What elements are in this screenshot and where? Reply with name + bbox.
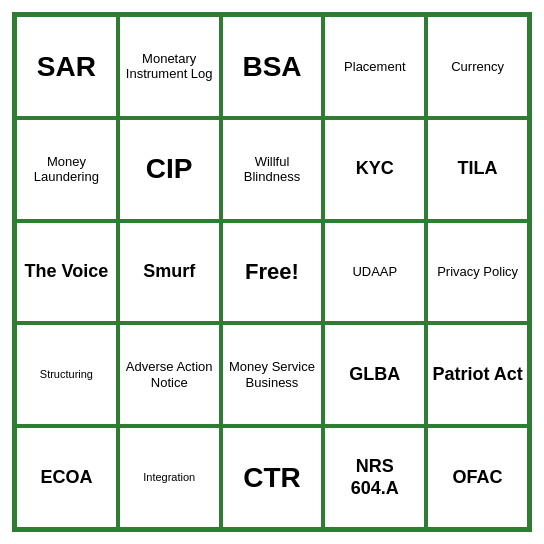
cell-label-r0c0: SAR (37, 50, 96, 84)
cell-label-r3c0: Structuring (40, 368, 93, 381)
bingo-cell-r3c4: Patriot Act (426, 323, 529, 426)
bingo-cell-r0c2: BSA (221, 15, 324, 118)
cell-label-r2c3: UDAAP (352, 264, 397, 280)
bingo-cell-r2c2: Free! (221, 221, 324, 324)
bingo-cell-r0c4: Currency (426, 15, 529, 118)
bingo-cell-r1c4: TILA (426, 118, 529, 221)
bingo-cell-r4c0: ECOA (15, 426, 118, 529)
bingo-cell-r3c1: Adverse Action Notice (118, 323, 221, 426)
cell-label-r1c2: Willful Blindness (227, 154, 318, 185)
bingo-board: SARMonetary Instrument LogBSAPlacementCu… (12, 12, 532, 532)
cell-label-r4c4: OFAC (453, 467, 503, 489)
cell-label-r4c3: NRS 604.A (329, 456, 420, 499)
bingo-cell-r0c3: Placement (323, 15, 426, 118)
cell-label-r2c4: Privacy Policy (437, 264, 518, 280)
cell-label-r4c1: Integration (143, 471, 195, 484)
cell-label-r0c3: Placement (344, 59, 405, 75)
cell-label-r3c1: Adverse Action Notice (124, 359, 215, 390)
cell-label-r0c2: BSA (242, 50, 301, 84)
cell-label-r1c0: Money Laundering (21, 154, 112, 185)
bingo-cell-r4c4: OFAC (426, 426, 529, 529)
bingo-cell-r1c3: KYC (323, 118, 426, 221)
bingo-cell-r0c0: SAR (15, 15, 118, 118)
cell-label-r4c2: CTR (243, 461, 301, 495)
bingo-cell-r4c3: NRS 604.A (323, 426, 426, 529)
cell-label-r4c0: ECOA (40, 467, 92, 489)
cell-label-r3c4: Patriot Act (432, 364, 522, 386)
cell-label-r1c3: KYC (356, 158, 394, 180)
cell-label-r0c4: Currency (451, 59, 504, 75)
bingo-cell-r4c1: Integration (118, 426, 221, 529)
bingo-cell-r0c1: Monetary Instrument Log (118, 15, 221, 118)
bingo-cell-r3c3: GLBA (323, 323, 426, 426)
cell-label-r3c3: GLBA (349, 364, 400, 386)
cell-label-r3c2: Money Service Business (227, 359, 318, 390)
cell-label-r2c1: Smurf (143, 261, 195, 283)
bingo-cell-r1c0: Money Laundering (15, 118, 118, 221)
bingo-cell-r1c2: Willful Blindness (221, 118, 324, 221)
cell-label-r1c4: TILA (458, 158, 498, 180)
cell-label-r2c2: Free! (245, 259, 299, 285)
cell-label-r1c1: CIP (146, 152, 193, 186)
bingo-cell-r1c1: CIP (118, 118, 221, 221)
bingo-cell-r4c2: CTR (221, 426, 324, 529)
bingo-cell-r2c0: The Voice (15, 221, 118, 324)
bingo-cell-r2c4: Privacy Policy (426, 221, 529, 324)
cell-label-r2c0: The Voice (25, 261, 109, 283)
bingo-cell-r3c0: Structuring (15, 323, 118, 426)
bingo-cell-r2c1: Smurf (118, 221, 221, 324)
bingo-cell-r3c2: Money Service Business (221, 323, 324, 426)
bingo-cell-r2c3: UDAAP (323, 221, 426, 324)
cell-label-r0c1: Monetary Instrument Log (124, 51, 215, 82)
